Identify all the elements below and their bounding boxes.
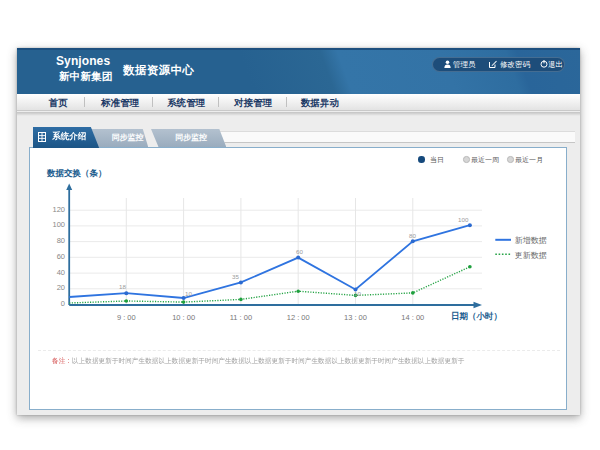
svg-text:40: 40 (57, 268, 65, 277)
svg-text:10: 10 (185, 290, 192, 297)
svg-text:80: 80 (409, 232, 416, 239)
svg-text:12 : 00: 12 : 00 (287, 313, 310, 322)
svg-text:18: 18 (119, 283, 126, 290)
svg-text:35: 35 (232, 273, 239, 280)
svg-text:9 : 00: 9 : 00 (117, 313, 136, 322)
svg-text:14 : 00: 14 : 00 (401, 313, 424, 322)
svg-text:100: 100 (458, 216, 469, 223)
svg-text:60: 60 (296, 248, 303, 255)
svg-text:10 : 00: 10 : 00 (172, 313, 195, 322)
svg-text:100: 100 (52, 220, 65, 229)
svg-text:新增数据: 新增数据 (515, 236, 547, 245)
svg-text:13 : 00: 13 : 00 (344, 313, 367, 322)
svg-text:更新数据: 更新数据 (515, 251, 547, 260)
svg-text:10: 10 (354, 290, 361, 297)
svg-text:11 : 00: 11 : 00 (230, 313, 252, 322)
svg-text:80: 80 (57, 236, 65, 245)
svg-text:60: 60 (57, 252, 65, 261)
svg-text:20: 20 (57, 283, 65, 292)
svg-text:0: 0 (61, 299, 65, 308)
svg-text:120: 120 (52, 205, 65, 214)
